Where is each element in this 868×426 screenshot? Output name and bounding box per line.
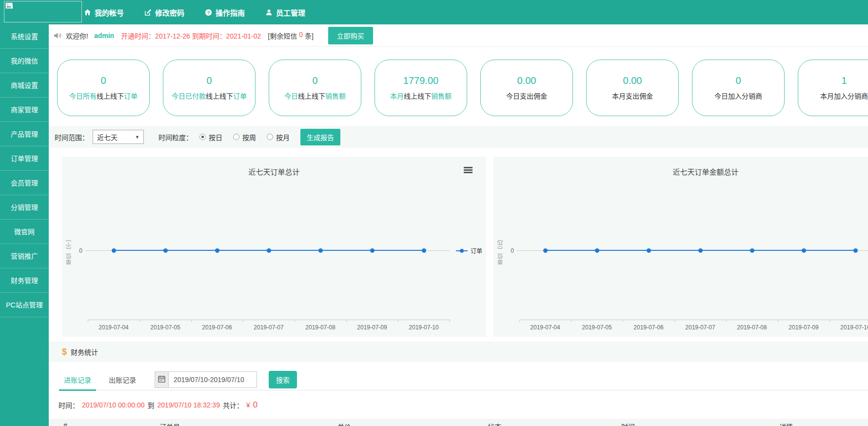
stat-label: 本月支出佣金 bbox=[612, 91, 653, 101]
charts-row: 近七天订单总计单位（个）02019-07-042019-07-052019-07… bbox=[49, 157, 868, 337]
stat-card-2[interactable]: 0今日线上线下销售额 bbox=[269, 60, 361, 116]
x-axis-tick bbox=[139, 320, 140, 322]
table-header-0: # bbox=[63, 422, 67, 426]
y-axis-label: 单位（个） bbox=[65, 236, 73, 265]
tab-expense-records[interactable]: 出账记录 bbox=[107, 369, 138, 390]
speaker-icon bbox=[54, 32, 62, 39]
data-point[interactable] bbox=[595, 248, 599, 253]
y-axis-tick-label: 0 bbox=[505, 247, 514, 254]
chart-menu-icon[interactable] bbox=[464, 167, 473, 173]
radio-icon[interactable] bbox=[233, 134, 239, 140]
sidebar-item-product-management[interactable]: 产品管理 bbox=[0, 122, 49, 146]
sidebar-item-micro-site[interactable]: 微官网 bbox=[0, 220, 49, 244]
legend-item[interactable]: 订单 bbox=[456, 246, 482, 255]
data-point[interactable] bbox=[750, 248, 754, 253]
y-axis-label: 单位（元） bbox=[496, 236, 505, 265]
stat-value: 0.00 bbox=[517, 75, 536, 86]
x-axis-tick bbox=[398, 320, 398, 322]
stat-card-5[interactable]: 0.00本月支出佣金 bbox=[586, 60, 679, 116]
date-range-input[interactable] bbox=[168, 371, 257, 388]
x-axis-tick bbox=[450, 320, 450, 322]
topbar: 我的帐号修改密码?操作指南员工管理 bbox=[0, 0, 868, 24]
x-axis-tick bbox=[519, 320, 520, 322]
stat-card-6[interactable]: 0今日加入分销商 bbox=[692, 60, 785, 116]
stat-value: 0 bbox=[100, 75, 106, 86]
topnav-change-password[interactable]: 修改密码 bbox=[144, 7, 184, 18]
data-point[interactable] bbox=[163, 248, 168, 253]
data-point[interactable] bbox=[647, 248, 651, 253]
stat-label-part: 今日加入分销商 bbox=[714, 92, 762, 100]
generate-report-button[interactable]: 生成报告 bbox=[300, 129, 340, 145]
granularity-option-1[interactable]: 按周 bbox=[233, 132, 256, 142]
legend-marker bbox=[456, 250, 468, 251]
topnav-staff-management[interactable]: 员工管理 bbox=[265, 7, 305, 18]
stat-label-part: 今日 bbox=[284, 92, 298, 100]
broken-image-icon bbox=[5, 2, 14, 11]
buy-now-button[interactable]: 立即购买 bbox=[328, 27, 373, 44]
topnav-operation-guide[interactable]: ?操作指南 bbox=[205, 7, 245, 18]
stat-card-4[interactable]: 0.00今日支出佣金 bbox=[480, 60, 573, 116]
sidebar-item-order-management[interactable]: 订单管理 bbox=[0, 146, 49, 171]
stat-card-3[interactable]: 1779.00本月线上线下销售额 bbox=[375, 60, 467, 116]
x-axis-tick bbox=[88, 320, 88, 322]
account-period: 开通时间：2017-12-26 到期时间：2021-01-02 bbox=[121, 31, 261, 41]
stat-card-1[interactable]: 0今日已付款线上线下订单 bbox=[163, 60, 256, 116]
sidebar-item-mall-settings[interactable]: 商城设置 bbox=[0, 73, 49, 98]
tab-income-records[interactable]: 进账记录 bbox=[62, 369, 93, 390]
stat-label-part: 今日已付款 bbox=[172, 92, 206, 100]
stat-value: 0 bbox=[206, 75, 212, 86]
sidebar-item-finance-management[interactable]: 财务管理 bbox=[0, 268, 49, 293]
sidebar-item-merchant-management[interactable]: 商家管理 bbox=[0, 98, 49, 122]
sidebar-item-system-settings[interactable]: 系统设置 bbox=[0, 24, 49, 49]
x-axis-label: 2019-07-08 bbox=[737, 324, 767, 331]
granularity-option-2[interactable]: 按月 bbox=[267, 132, 290, 142]
data-point[interactable] bbox=[698, 248, 703, 253]
sidebar-item-distribution-management[interactable]: 分销管理 bbox=[0, 195, 49, 220]
topnav-label: 员工管理 bbox=[276, 7, 305, 18]
y-axis-tick-label: 0 bbox=[74, 247, 82, 254]
stat-label-part: 本月加入分销商 bbox=[820, 92, 868, 100]
x-axis-label: 2019-07-05 bbox=[150, 324, 180, 331]
search-button[interactable]: 搜索 bbox=[269, 371, 297, 388]
welcome-bar: 欢迎你! admin 开通时间：2017-12-26 到期时间：2021-01-… bbox=[49, 24, 868, 47]
finance-time-summary: 时间： 2019/07/10 00:00:00 到 2019/07/10 18:… bbox=[49, 399, 868, 411]
sidebar-item-member-management[interactable]: 会员管理 bbox=[0, 171, 49, 195]
stat-label-part: 线上线下 bbox=[97, 92, 124, 100]
data-point[interactable] bbox=[215, 248, 219, 253]
x-axis-label: 2019-07-04 bbox=[99, 324, 128, 331]
data-point[interactable] bbox=[543, 248, 548, 253]
time-range-select[interactable]: 近七天 ▼ bbox=[93, 130, 144, 144]
radio-icon[interactable] bbox=[267, 134, 273, 140]
stat-card-7[interactable]: 1本月加入分销商 bbox=[798, 60, 868, 116]
time-label: 时间： bbox=[59, 400, 79, 410]
sms-suffix: 条] bbox=[305, 31, 314, 41]
sidebar-item-marketing-promotion[interactable]: 营销推广 bbox=[0, 244, 49, 268]
stat-card-0[interactable]: 0今日所有线上线下订单 bbox=[57, 60, 150, 116]
granularity-option-0[interactable]: 按日 bbox=[199, 132, 222, 142]
calendar-button[interactable] bbox=[155, 371, 168, 388]
stat-label: 本月线上线下销售额 bbox=[390, 91, 452, 101]
data-point[interactable] bbox=[370, 248, 375, 253]
time-range-label: 时间范围： bbox=[55, 132, 89, 142]
sidebar-item-pc-site-management[interactable]: PC站点管理 bbox=[0, 293, 49, 317]
help-icon: ? bbox=[205, 9, 212, 16]
dollar-icon: $ bbox=[62, 347, 67, 357]
radio-selected-icon[interactable] bbox=[199, 134, 206, 140]
stat-value: 0 bbox=[312, 75, 317, 86]
sidebar-item-my-wechat[interactable]: 我的微信 bbox=[0, 49, 49, 73]
data-point[interactable] bbox=[112, 248, 116, 253]
logo[interactable] bbox=[4, 1, 82, 22]
granularity-option-label: 按周 bbox=[242, 132, 256, 142]
stat-label-part: 销售额 bbox=[325, 92, 346, 100]
data-point[interactable] bbox=[267, 248, 271, 253]
x-axis-label: 2019-07-04 bbox=[530, 324, 560, 331]
table-header-5: 详情 bbox=[779, 422, 793, 426]
data-point[interactable] bbox=[853, 248, 858, 253]
x-axis-label: 2019-07-07 bbox=[254, 324, 283, 331]
data-point[interactable] bbox=[422, 248, 426, 253]
data-point[interactable] bbox=[318, 248, 323, 253]
top-nav: 我的帐号修改密码?操作指南员工管理 bbox=[84, 0, 305, 24]
stat-label: 今日加入分销商 bbox=[714, 91, 762, 101]
data-point[interactable] bbox=[802, 248, 806, 253]
topnav-my-account[interactable]: 我的帐号 bbox=[84, 7, 124, 18]
